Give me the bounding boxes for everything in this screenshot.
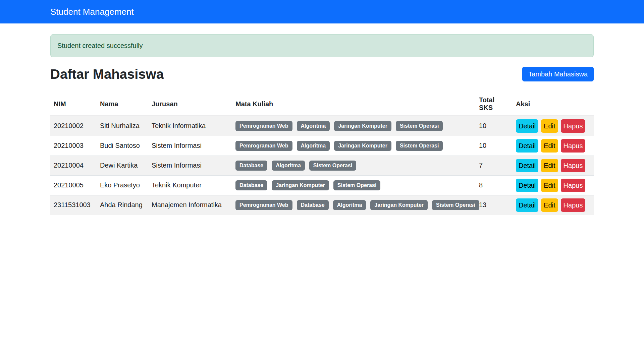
course-badge: Sistem Operasi <box>396 141 443 151</box>
navbar: Student Management <box>0 0 644 23</box>
cell-nama: Ahda Rindang <box>97 195 148 215</box>
cell-nama: Eko Prasetyo <box>97 175 148 195</box>
table-header-row: NIM Nama Jurusan Mata Kuliah Total SKS A… <box>50 92 594 116</box>
table-row: 20210004Dewi KartikaSistem InformasiData… <box>50 156 594 175</box>
course-badge: Database <box>235 161 267 171</box>
cell-nim: 20210004 <box>50 156 97 175</box>
delete-button[interactable]: Hapus <box>561 159 586 172</box>
table-row: 20210005Eko PrasetyoTeknik KomputerDatab… <box>50 175 594 195</box>
course-badge: Pemrograman Web <box>235 121 292 131</box>
header-mata-kuliah: Mata Kuliah <box>232 92 476 116</box>
course-badge: Algoritma <box>297 121 330 131</box>
course-badge: Sistem Operasi <box>309 161 357 171</box>
detail-button[interactable]: Detail <box>516 119 538 133</box>
main-content: Student created successfully Daftar Maha… <box>50 34 594 215</box>
table-row: 20210003Budi SantosoSistem InformasiPemr… <box>50 136 594 156</box>
success-alert: Student created successfully <box>50 34 594 57</box>
detail-button[interactable]: Detail <box>516 179 538 192</box>
header-nama: Nama <box>97 92 148 116</box>
course-badge: Sistem Operasi <box>396 121 443 131</box>
course-badge: Database <box>297 200 329 210</box>
course-badge: Database <box>235 180 267 190</box>
course-badge: Pemrograman Web <box>235 200 292 210</box>
course-badge: Jaringan Komputer <box>334 141 391 151</box>
cell-nama: Dewi Kartika <box>97 156 148 175</box>
course-badge: Algoritma <box>333 200 366 210</box>
cell-jurusan: Sistem Informasi <box>148 156 232 175</box>
cell-nim: 2311531003 <box>50 195 97 215</box>
cell-total-sks: 7 <box>476 156 513 175</box>
header-aksi: Aksi <box>513 92 594 116</box>
cell-jurusan: Manajemen Informatika <box>148 195 232 215</box>
header-total-sks: Total SKS <box>476 92 513 116</box>
header-jurusan: Jurusan <box>148 92 232 116</box>
course-badge: Pemrograman Web <box>235 141 292 151</box>
edit-button[interactable]: Edit <box>541 159 558 172</box>
delete-button[interactable]: Hapus <box>561 198 586 212</box>
header-nim: NIM <box>50 92 97 116</box>
cell-mata-kuliah: DatabaseAlgoritmaSistem Operasi <box>232 156 476 175</box>
delete-button[interactable]: Hapus <box>561 179 586 192</box>
add-student-button[interactable]: Tambah Mahasiswa <box>522 67 594 81</box>
detail-button[interactable]: Detail <box>516 139 538 153</box>
course-badge: Sistem Operasi <box>333 180 381 190</box>
course-badge: Jaringan Komputer <box>370 200 428 210</box>
cell-mata-kuliah: Pemrograman WebDatabaseAlgoritmaJaringan… <box>232 195 476 215</box>
cell-mata-kuliah: Pemrograman WebAlgoritmaJaringan Kompute… <box>232 116 476 136</box>
detail-button[interactable]: Detail <box>516 159 538 172</box>
students-table: NIM Nama Jurusan Mata Kuliah Total SKS A… <box>50 92 594 215</box>
cell-aksi: DetailEditHapus <box>513 156 594 175</box>
delete-button[interactable]: Hapus <box>561 139 586 153</box>
cell-total-sks: 10 <box>476 116 513 136</box>
cell-mata-kuliah: DatabaseJaringan KomputerSistem Operasi <box>232 175 476 195</box>
cell-nim: 20210005 <box>50 175 97 195</box>
app-brand-link[interactable]: Student Management <box>50 7 134 17</box>
cell-aksi: DetailEditHapus <box>513 136 594 156</box>
page-header: Daftar Mahasiswa Tambah Mahasiswa <box>50 66 594 82</box>
cell-aksi: DetailEditHapus <box>513 195 594 215</box>
cell-total-sks: 10 <box>476 136 513 156</box>
alert-message: Student created successfully <box>57 42 143 49</box>
edit-button[interactable]: Edit <box>541 139 558 153</box>
cell-aksi: DetailEditHapus <box>513 175 594 195</box>
course-badge: Sistem Operasi <box>432 200 479 210</box>
cell-jurusan: Teknik Komputer <box>148 175 232 195</box>
cell-jurusan: Sistem Informasi <box>148 136 232 156</box>
course-badge: Algoritma <box>272 161 305 171</box>
cell-aksi: DetailEditHapus <box>513 116 594 136</box>
course-badge: Jaringan Komputer <box>272 180 329 190</box>
cell-total-sks: 13 <box>476 195 513 215</box>
cell-nim: 20210002 <box>50 116 97 136</box>
course-badge: Jaringan Komputer <box>334 121 391 131</box>
page-title: Daftar Mahasiswa <box>50 66 164 82</box>
cell-nama: Budi Santoso <box>97 136 148 156</box>
cell-mata-kuliah: Pemrograman WebAlgoritmaJaringan Kompute… <box>232 136 476 156</box>
edit-button[interactable]: Edit <box>541 198 558 212</box>
course-badge: Algoritma <box>297 141 330 151</box>
table-body: 20210002Siti NurhalizaTeknik Informatika… <box>50 116 594 215</box>
table-row: 20210002Siti NurhalizaTeknik Informatika… <box>50 116 594 136</box>
cell-total-sks: 8 <box>476 175 513 195</box>
delete-button[interactable]: Hapus <box>561 119 586 133</box>
table-row: 2311531003Ahda RindangManajemen Informat… <box>50 195 594 215</box>
cell-nim: 20210003 <box>50 136 97 156</box>
edit-button[interactable]: Edit <box>541 179 558 192</box>
cell-jurusan: Teknik Informatika <box>148 116 232 136</box>
navbar-inner: Student Management <box>50 7 594 17</box>
edit-button[interactable]: Edit <box>541 119 558 133</box>
detail-button[interactable]: Detail <box>516 198 538 212</box>
cell-nama: Siti Nurhaliza <box>97 116 148 136</box>
